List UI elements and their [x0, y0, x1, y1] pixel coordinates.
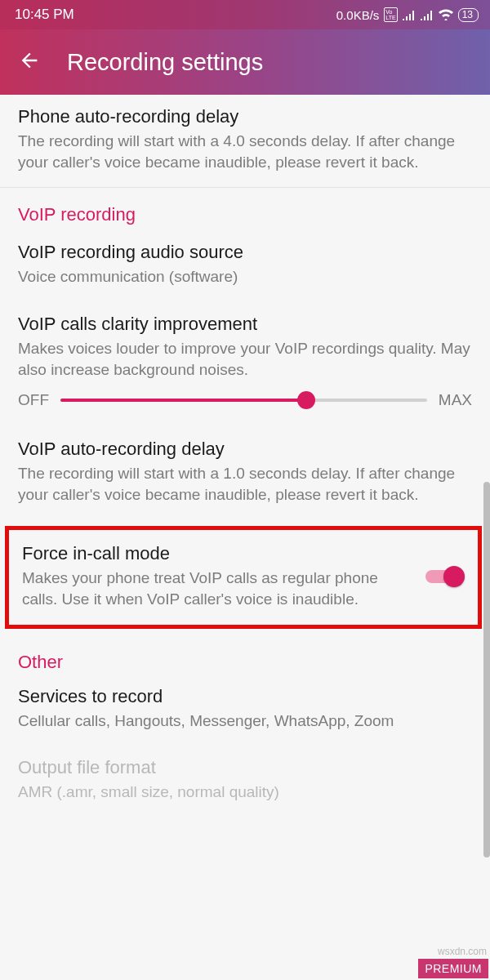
slider-thumb[interactable] — [297, 391, 315, 409]
force-in-call-mode-switch[interactable] — [425, 565, 465, 588]
status-speed: 0.0KB/s — [336, 8, 380, 22]
voip-clarity-slider-row: OFF MAX — [0, 383, 490, 427]
wifi-icon — [439, 9, 453, 20]
services-to-record[interactable]: Services to record Cellular calls, Hango… — [0, 678, 490, 746]
status-right: 0.0KB/s VoLTE 13 — [336, 7, 479, 22]
settings-list: Phone auto-recording delay The recording… — [0, 95, 490, 817]
premium-badge[interactable]: PREMIUM — [418, 959, 488, 978]
volte-icon: VoLTE — [384, 7, 397, 22]
voip-auto-recording-delay[interactable]: VoIP auto-recording delay The recording … — [0, 427, 490, 519]
setting-title: VoIP recording audio source — [18, 242, 472, 263]
setting-title: Force in-call mode — [22, 543, 416, 564]
back-button[interactable] — [18, 49, 41, 76]
setting-description: The recording will start with a 1.0 seco… — [18, 463, 472, 505]
force-in-call-mode[interactable]: Force in-call mode Makes your phone trea… — [22, 543, 416, 609]
force-in-call-mode-highlight: Force in-call mode Makes your phone trea… — [5, 526, 482, 628]
slider-max-label: MAX — [439, 391, 472, 409]
setting-title: VoIP auto-recording delay — [18, 439, 472, 460]
section-voip-recording: VoIP recording — [0, 188, 490, 230]
scrollbar-indicator[interactable] — [483, 482, 490, 858]
setting-description: The recording will start with a 4.0 seco… — [18, 131, 472, 172]
battery-indicator: 13 — [458, 8, 479, 22]
status-time: 10:45 PM — [15, 7, 74, 23]
section-other: Other — [0, 635, 490, 678]
setting-description: Voice communication (software) — [18, 266, 472, 287]
setting-title: VoIP calls clarity improvement — [18, 314, 472, 335]
setting-description: AMR (.amr, small size, normal quality) — [18, 782, 472, 803]
setting-description: Makes your phone treat VoIP calls as reg… — [22, 568, 416, 609]
signal-icon — [403, 9, 416, 20]
page-title: Recording settings — [67, 49, 263, 76]
signal-icon-2 — [421, 9, 434, 20]
setting-title: Phone auto-recording delay — [18, 106, 472, 127]
voip-recording-audio-source[interactable]: VoIP recording audio source Voice commun… — [0, 230, 490, 302]
setting-description: Cellular calls, Hangouts, Messenger, Wha… — [18, 710, 472, 732]
switch-thumb — [443, 566, 465, 587]
output-file-format: Output file format AMR (.amr, small size… — [0, 746, 490, 817]
voip-clarity-improvement: VoIP calls clarity improvement Makes voi… — [0, 302, 490, 383]
voip-clarity-slider[interactable] — [60, 399, 427, 402]
battery-level: 13 — [462, 9, 473, 20]
phone-auto-recording-delay[interactable]: Phone auto-recording delay The recording… — [0, 95, 490, 187]
status-bar: 10:45 PM 0.0KB/s VoLTE 13 — [0, 0, 490, 29]
setting-title: Services to record — [18, 686, 472, 707]
setting-description: Makes voices louder to improve your VoIP… — [18, 338, 472, 380]
watermark: wsxdn.com — [438, 946, 487, 957]
slider-min-label: OFF — [18, 391, 49, 409]
setting-title: Output file format — [18, 757, 472, 778]
app-bar: Recording settings — [0, 29, 490, 95]
slider-fill — [60, 399, 306, 402]
